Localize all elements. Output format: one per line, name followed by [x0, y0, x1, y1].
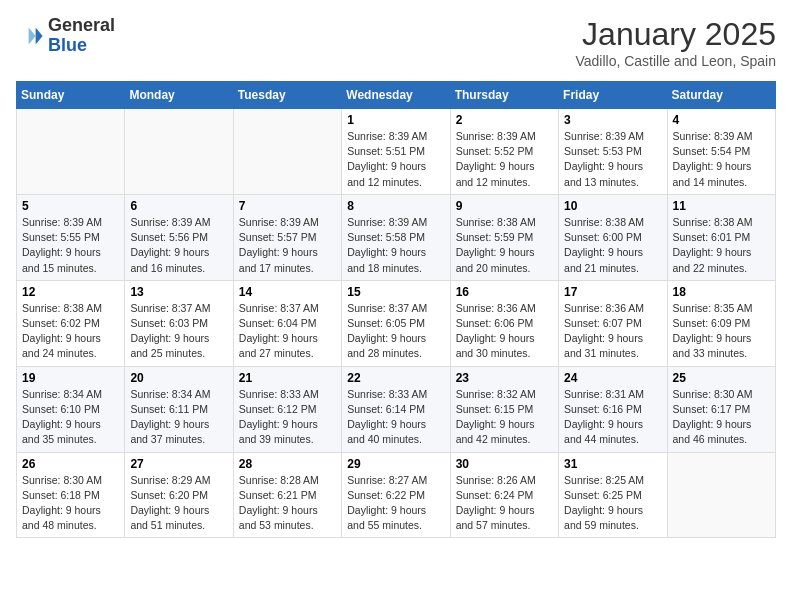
day-info: Sunrise: 8:37 AM Sunset: 6:05 PM Dayligh… [347, 301, 444, 362]
day-number: 20 [130, 371, 227, 385]
calendar-subtitle: Vadillo, Castille and Leon, Spain [575, 53, 776, 69]
calendar-day-cell: 16Sunrise: 8:36 AM Sunset: 6:06 PM Dayli… [450, 280, 558, 366]
day-number: 27 [130, 457, 227, 471]
day-number: 2 [456, 113, 553, 127]
calendar-day-cell: 2Sunrise: 8:39 AM Sunset: 5:52 PM Daylig… [450, 109, 558, 195]
calendar-day-cell [667, 452, 775, 538]
day-number: 4 [673, 113, 770, 127]
calendar-body: 1Sunrise: 8:39 AM Sunset: 5:51 PM Daylig… [17, 109, 776, 538]
day-number: 28 [239, 457, 336, 471]
day-info: Sunrise: 8:36 AM Sunset: 6:07 PM Dayligh… [564, 301, 661, 362]
calendar-day-cell [233, 109, 341, 195]
day-info: Sunrise: 8:36 AM Sunset: 6:06 PM Dayligh… [456, 301, 553, 362]
day-number: 31 [564, 457, 661, 471]
day-info: Sunrise: 8:30 AM Sunset: 6:17 PM Dayligh… [673, 387, 770, 448]
day-info: Sunrise: 8:39 AM Sunset: 5:53 PM Dayligh… [564, 129, 661, 190]
day-info: Sunrise: 8:26 AM Sunset: 6:24 PM Dayligh… [456, 473, 553, 534]
calendar-day-cell: 22Sunrise: 8:33 AM Sunset: 6:14 PM Dayli… [342, 366, 450, 452]
calendar-day-cell: 15Sunrise: 8:37 AM Sunset: 6:05 PM Dayli… [342, 280, 450, 366]
calendar-day-cell: 28Sunrise: 8:28 AM Sunset: 6:21 PM Dayli… [233, 452, 341, 538]
day-number: 23 [456, 371, 553, 385]
day-info: Sunrise: 8:35 AM Sunset: 6:09 PM Dayligh… [673, 301, 770, 362]
calendar-day-cell: 27Sunrise: 8:29 AM Sunset: 6:20 PM Dayli… [125, 452, 233, 538]
day-info: Sunrise: 8:34 AM Sunset: 6:10 PM Dayligh… [22, 387, 119, 448]
day-info: Sunrise: 8:39 AM Sunset: 5:54 PM Dayligh… [673, 129, 770, 190]
calendar-day-cell: 14Sunrise: 8:37 AM Sunset: 6:04 PM Dayli… [233, 280, 341, 366]
day-number: 13 [130, 285, 227, 299]
day-info: Sunrise: 8:37 AM Sunset: 6:04 PM Dayligh… [239, 301, 336, 362]
day-number: 29 [347, 457, 444, 471]
calendar-title: January 2025 [575, 16, 776, 53]
day-info: Sunrise: 8:29 AM Sunset: 6:20 PM Dayligh… [130, 473, 227, 534]
calendar-week-row: 26Sunrise: 8:30 AM Sunset: 6:18 PM Dayli… [17, 452, 776, 538]
day-info: Sunrise: 8:33 AM Sunset: 6:12 PM Dayligh… [239, 387, 336, 448]
weekday-header-cell: Sunday [17, 82, 125, 109]
calendar-day-cell: 24Sunrise: 8:31 AM Sunset: 6:16 PM Dayli… [559, 366, 667, 452]
day-info: Sunrise: 8:34 AM Sunset: 6:11 PM Dayligh… [130, 387, 227, 448]
day-number: 11 [673, 199, 770, 213]
calendar-day-cell: 8Sunrise: 8:39 AM Sunset: 5:58 PM Daylig… [342, 194, 450, 280]
weekday-header-cell: Wednesday [342, 82, 450, 109]
calendar-week-row: 12Sunrise: 8:38 AM Sunset: 6:02 PM Dayli… [17, 280, 776, 366]
day-info: Sunrise: 8:37 AM Sunset: 6:03 PM Dayligh… [130, 301, 227, 362]
day-number: 6 [130, 199, 227, 213]
weekday-header-cell: Monday [125, 82, 233, 109]
day-info: Sunrise: 8:38 AM Sunset: 6:02 PM Dayligh… [22, 301, 119, 362]
day-info: Sunrise: 8:32 AM Sunset: 6:15 PM Dayligh… [456, 387, 553, 448]
day-number: 24 [564, 371, 661, 385]
day-info: Sunrise: 8:39 AM Sunset: 5:58 PM Dayligh… [347, 215, 444, 276]
day-number: 30 [456, 457, 553, 471]
calendar-day-cell [17, 109, 125, 195]
day-info: Sunrise: 8:31 AM Sunset: 6:16 PM Dayligh… [564, 387, 661, 448]
day-info: Sunrise: 8:39 AM Sunset: 5:52 PM Dayligh… [456, 129, 553, 190]
day-number: 16 [456, 285, 553, 299]
calendar-day-cell: 19Sunrise: 8:34 AM Sunset: 6:10 PM Dayli… [17, 366, 125, 452]
calendar-day-cell: 5Sunrise: 8:39 AM Sunset: 5:55 PM Daylig… [17, 194, 125, 280]
calendar-day-cell: 4Sunrise: 8:39 AM Sunset: 5:54 PM Daylig… [667, 109, 775, 195]
calendar-day-cell: 29Sunrise: 8:27 AM Sunset: 6:22 PM Dayli… [342, 452, 450, 538]
day-number: 19 [22, 371, 119, 385]
day-number: 26 [22, 457, 119, 471]
day-info: Sunrise: 8:39 AM Sunset: 5:56 PM Dayligh… [130, 215, 227, 276]
calendar-week-row: 1Sunrise: 8:39 AM Sunset: 5:51 PM Daylig… [17, 109, 776, 195]
weekday-header-cell: Saturday [667, 82, 775, 109]
day-number: 18 [673, 285, 770, 299]
day-number: 8 [347, 199, 444, 213]
day-info: Sunrise: 8:30 AM Sunset: 6:18 PM Dayligh… [22, 473, 119, 534]
day-info: Sunrise: 8:39 AM Sunset: 5:57 PM Dayligh… [239, 215, 336, 276]
svg-marker-0 [36, 27, 43, 44]
calendar-day-cell: 20Sunrise: 8:34 AM Sunset: 6:11 PM Dayli… [125, 366, 233, 452]
day-info: Sunrise: 8:38 AM Sunset: 6:00 PM Dayligh… [564, 215, 661, 276]
calendar-day-cell: 26Sunrise: 8:30 AM Sunset: 6:18 PM Dayli… [17, 452, 125, 538]
calendar-day-cell: 12Sunrise: 8:38 AM Sunset: 6:02 PM Dayli… [17, 280, 125, 366]
weekday-header-cell: Friday [559, 82, 667, 109]
title-block: January 2025 Vadillo, Castille and Leon,… [575, 16, 776, 69]
page-header: General Blue January 2025 Vadillo, Casti… [16, 16, 776, 69]
day-number: 14 [239, 285, 336, 299]
calendar-day-cell: 1Sunrise: 8:39 AM Sunset: 5:51 PM Daylig… [342, 109, 450, 195]
calendar-week-row: 5Sunrise: 8:39 AM Sunset: 5:55 PM Daylig… [17, 194, 776, 280]
calendar-day-cell: 30Sunrise: 8:26 AM Sunset: 6:24 PM Dayli… [450, 452, 558, 538]
day-number: 7 [239, 199, 336, 213]
day-number: 1 [347, 113, 444, 127]
day-info: Sunrise: 8:25 AM Sunset: 6:25 PM Dayligh… [564, 473, 661, 534]
calendar-day-cell: 9Sunrise: 8:38 AM Sunset: 5:59 PM Daylig… [450, 194, 558, 280]
day-number: 5 [22, 199, 119, 213]
calendar-day-cell: 6Sunrise: 8:39 AM Sunset: 5:56 PM Daylig… [125, 194, 233, 280]
calendar-day-cell: 17Sunrise: 8:36 AM Sunset: 6:07 PM Dayli… [559, 280, 667, 366]
calendar-day-cell: 11Sunrise: 8:38 AM Sunset: 6:01 PM Dayli… [667, 194, 775, 280]
calendar-week-row: 19Sunrise: 8:34 AM Sunset: 6:10 PM Dayli… [17, 366, 776, 452]
day-info: Sunrise: 8:39 AM Sunset: 5:55 PM Dayligh… [22, 215, 119, 276]
day-number: 25 [673, 371, 770, 385]
day-info: Sunrise: 8:27 AM Sunset: 6:22 PM Dayligh… [347, 473, 444, 534]
svg-marker-1 [29, 27, 36, 44]
logo: General Blue [16, 16, 115, 56]
day-number: 10 [564, 199, 661, 213]
calendar-day-cell: 13Sunrise: 8:37 AM Sunset: 6:03 PM Dayli… [125, 280, 233, 366]
calendar-day-cell: 25Sunrise: 8:30 AM Sunset: 6:17 PM Dayli… [667, 366, 775, 452]
day-info: Sunrise: 8:38 AM Sunset: 5:59 PM Dayligh… [456, 215, 553, 276]
day-number: 15 [347, 285, 444, 299]
logo-general-text: General [48, 16, 115, 36]
day-info: Sunrise: 8:38 AM Sunset: 6:01 PM Dayligh… [673, 215, 770, 276]
logo-icon [16, 22, 44, 50]
